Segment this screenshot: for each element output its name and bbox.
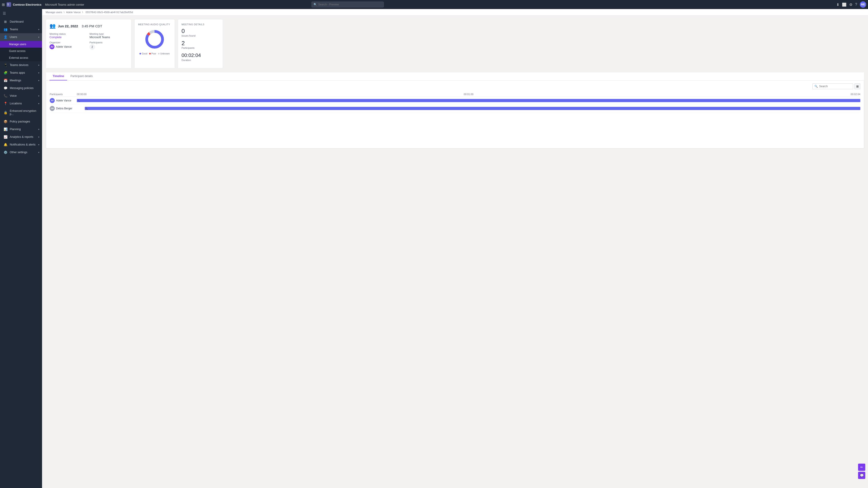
teams-icon: 👥 xyxy=(3,28,7,31)
sidebar-label-planning: Planning xyxy=(10,128,36,131)
tabs-bar: Timeline Participant details xyxy=(46,72,864,80)
download-icon[interactable]: ⬇ xyxy=(836,2,839,7)
meeting-info-card: 👥 Jun 22, 2022 3:45 PM CDT Meeting statu… xyxy=(46,19,131,68)
track-debra: 📞 xyxy=(77,106,860,111)
settings-icon[interactable]: ⚙ xyxy=(849,2,852,7)
hamburger-button[interactable]: ☰ xyxy=(0,9,42,18)
floating-feedback-button[interactable]: ✏ xyxy=(858,464,865,471)
company-name: Contoso Electronics xyxy=(13,3,41,6)
meeting-card-header: 👥 Jun 22, 2022 3:45 PM CDT xyxy=(50,23,128,29)
poor-dot xyxy=(149,53,151,55)
issues-stat: 0 issues found xyxy=(182,28,219,37)
sidebar-item-dashboard[interactable]: ⊞ Dashboard xyxy=(0,18,42,26)
timeline-row-debra: DB Debra Berger 📞 xyxy=(50,105,860,112)
timeline-search-input[interactable] xyxy=(819,85,851,88)
issues-label: issues found xyxy=(182,34,219,37)
tab-timeline[interactable]: Timeline xyxy=(50,72,67,80)
sidebar-item-teams-apps[interactable]: 🧩 Teams apps ▾ xyxy=(0,69,42,76)
sidebar-label-voice: Voice xyxy=(10,94,36,97)
topbar-search-box[interactable]: 🔍 xyxy=(311,2,384,7)
sidebar-item-teams[interactable]: 👥 Teams ▾ xyxy=(0,26,42,33)
legend-unknown: Unknown xyxy=(158,53,170,55)
sidebar-item-voice[interactable]: 📞 Voice ▾ xyxy=(0,92,42,100)
sidebar-item-external-access[interactable]: External access xyxy=(0,55,42,61)
avatar[interactable]: ME xyxy=(860,1,866,8)
browser-icon[interactable]: ⬜ xyxy=(842,2,846,7)
sidebar-item-other-settings[interactable]: ⚙️ Other settings ▾ xyxy=(0,149,42,156)
duration-stat: 00:02:04 Duration xyxy=(182,53,219,61)
sidebar-item-meetings[interactable]: 📅 Meetings ▾ xyxy=(0,76,42,84)
track-adele: 📞 xyxy=(77,98,860,103)
sidebar-label-analytics-reports: Analytics & reports xyxy=(10,135,36,138)
meeting-details-title: MEETING DETAILS xyxy=(182,23,219,26)
meeting-status-label: Meeting status xyxy=(50,33,88,35)
breadcrumb-adele-vance[interactable]: Adele Vance xyxy=(66,11,81,13)
meeting-details-card: MEETING DETAILS 0 issues found 2 Partici… xyxy=(178,19,223,68)
sidebar-label-meetings: Meetings xyxy=(10,79,36,82)
chevron-down-icon-meetings: ▾ xyxy=(38,79,39,82)
sidebar-item-users[interactable]: 👤 Users ▾ xyxy=(0,33,42,41)
sidebar-item-notifications-alerts[interactable]: 🔔 Notifications & alerts ▾ xyxy=(0,141,42,149)
floating-chat-button[interactable]: 💬 xyxy=(858,472,865,479)
tab-participant-details[interactable]: Participant details xyxy=(67,72,96,80)
chevron-down-icon-other: ▾ xyxy=(38,151,39,154)
chevron-down-icon-apps: ▾ xyxy=(38,72,39,74)
floating-buttons: ✏ 💬 xyxy=(858,464,865,479)
tick-start: 00:00:00 xyxy=(77,93,87,96)
unknown-label: Unknown xyxy=(160,53,170,55)
avatar-adele: AV xyxy=(50,98,55,103)
search-input[interactable] xyxy=(318,3,382,6)
locations-icon: 📍 xyxy=(3,102,7,105)
chevron-down-icon: ▾ xyxy=(38,28,39,31)
breadcrumb: Manage users \ Adele Vance \ 0557f642-08… xyxy=(42,9,868,15)
analytics-icon: 📈 xyxy=(3,135,7,139)
timeline-search-box[interactable]: 🔍 xyxy=(812,84,853,89)
organizer-name: Adele Vance xyxy=(56,45,72,48)
meeting-time: 3:45 PM CDT xyxy=(82,24,102,28)
meeting-date: Jun 22, 2022 xyxy=(58,24,78,28)
participants-count: 2 xyxy=(182,40,219,46)
other-settings-icon: ⚙️ xyxy=(3,151,7,154)
sidebar-label-notifications-alerts: Notifications & alerts xyxy=(10,143,36,146)
organizer-field: Organizer AV Adele Vance xyxy=(50,41,88,50)
search-icon: 🔍 xyxy=(313,3,317,6)
breadcrumb-manage-users[interactable]: Manage users xyxy=(46,11,62,13)
sidebar-item-locations[interactable]: 📍 Locations ▾ xyxy=(0,100,42,107)
sidebar-label-teams-devices: Teams devices xyxy=(10,64,36,67)
content-area: Manage users \ Adele Vance \ 0557f642-08… xyxy=(42,9,868,488)
sidebar-label-teams: Teams xyxy=(10,28,36,31)
timeline-section: 🔍 ⊞ Participants 00:00:00 xyxy=(46,80,864,149)
sidebar-item-enhanced-encryption[interactable]: 🔒 Enhanced encryption p... xyxy=(0,107,42,118)
sidebar-item-messaging-policies[interactable]: 💬 Messaging policies xyxy=(0,84,42,92)
sidebar-item-planning[interactable]: 📊 Planning ▾ xyxy=(0,125,42,133)
sidebar-item-policy-packages[interactable]: 📦 Policy packages xyxy=(0,118,42,125)
breadcrumb-meeting-id: 0557f642-08c5-4568-ab4f-917ab28ef05d xyxy=(86,11,133,13)
good-label: Good xyxy=(142,53,147,55)
organizer-label: Organizer xyxy=(50,41,88,44)
name-debra: Debra Berger xyxy=(56,107,72,110)
sidebar-item-analytics-reports[interactable]: 📈 Analytics & reports ▾ xyxy=(0,133,42,141)
chevron-down-icon-voice: ▾ xyxy=(38,95,39,97)
topbar: ⊞ T Contoso Electronics Microsoft Teams … xyxy=(0,0,868,9)
participants-field: Participants 2 xyxy=(90,41,128,50)
product-name: Microsoft Teams admin center xyxy=(45,3,84,6)
teams-logo-icon: T xyxy=(6,2,11,7)
meeting-status-field: Meeting status Complete xyxy=(50,33,88,39)
organizer-avatar: AV xyxy=(50,44,55,49)
name-adele: Adele Vance xyxy=(56,99,71,102)
chevron-down-icon-planning: ▾ xyxy=(38,128,39,131)
svg-text:T: T xyxy=(7,3,9,6)
meeting-type-field: Meeting type Microsoft Teams xyxy=(90,33,128,39)
timeline-grid: Participants 00:00:00 00:01:00 00:02:04 … xyxy=(50,92,860,112)
sidebar-item-guest-access[interactable]: Guest access xyxy=(0,48,42,55)
participant-adele: AV Adele Vance xyxy=(50,98,77,103)
policy-icon: 📦 xyxy=(3,120,7,123)
main-layout: ☰ ⊞ Dashboard 👥 Teams ▾ 👤 Users ▾ Manage… xyxy=(0,9,868,488)
duration-label: Duration xyxy=(182,59,219,61)
sidebar-item-manage-users[interactable]: Manage users xyxy=(0,41,42,48)
waffle-icon[interactable]: ⊞ xyxy=(2,2,5,7)
sidebar-item-teams-devices[interactable]: 📱 Teams devices ▾ xyxy=(0,61,42,69)
timeline-filter-button[interactable]: ⊞ xyxy=(855,84,860,89)
issues-count: 0 xyxy=(182,28,219,34)
help-icon[interactable]: ? xyxy=(855,2,857,6)
